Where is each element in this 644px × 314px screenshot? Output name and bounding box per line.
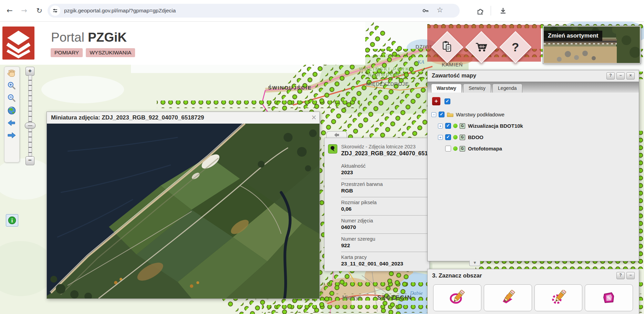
page-title: Portal PZGiK <box>51 30 127 45</box>
attribute-row: Aktualność 2023 <box>341 161 428 179</box>
cart-icon <box>474 40 488 54</box>
help-button[interactable]: ? <box>616 272 625 279</box>
map-contents-tabs: Warstwy Serwisy Legenda <box>428 82 639 93</box>
browser-reload-button[interactable]: ↻ <box>34 6 44 15</box>
zoom-slider-track[interactable] <box>28 75 32 156</box>
layer-row-warstwy-podkladowe[interactable]: − Warstwy podkładowe <box>428 109 639 120</box>
browser-back-button[interactable]: ← <box>5 6 14 15</box>
draw-circle-button[interactable] <box>433 284 481 311</box>
window-controls: ? − <box>616 272 635 279</box>
zoom-in-tool-icon[interactable] <box>7 81 16 90</box>
layer-checkbox[interactable] <box>445 134 451 140</box>
tab-warstwy[interactable]: Warstwy <box>431 84 462 93</box>
layer-checkbox[interactable] <box>445 146 451 151</box>
layer-type-icon: G <box>460 123 465 129</box>
select-area-title: 3. Zaznacz obszar <box>432 272 482 279</box>
popup-close-icon[interactable]: × <box>311 113 317 121</box>
attribute-value: 0,06 <box>341 206 428 212</box>
layer-label[interactable]: Wizualizacja BDOT10k <box>468 123 523 129</box>
layer-type-icon: G <box>460 135 465 140</box>
select-all-checkbox[interactable] <box>444 98 450 104</box>
attribute-label: Numer szeregu <box>341 236 428 242</box>
url-bar[interactable]: pzgik.geoportal.gov.pl/imap/?gpmap=gpZdj… <box>48 4 460 18</box>
identify-info-icon: i <box>8 216 17 225</box>
attribute-row: Numer szeregu 922 <box>341 234 428 252</box>
feature-marker-icon <box>328 144 337 154</box>
attribute-label: Aktualność <box>341 163 428 169</box>
attribute-value: 2023 <box>341 169 428 176</box>
layer-tree: − Warstwy podkładowe + G Wizualizacja BD… <box>428 109 639 154</box>
browser-forward-button[interactable]: → <box>19 6 29 15</box>
layer-label[interactable]: Warstwy podkładowe <box>456 112 504 117</box>
clipboard-icon <box>440 40 454 54</box>
downloads-icon[interactable] <box>499 7 507 16</box>
nav-button-wyszukiwania[interactable]: WYSZUKIWANIA <box>86 48 135 57</box>
url-text[interactable]: pzgik.geoportal.gov.pl/imap/?gpmap=gpZdj… <box>64 4 176 18</box>
attribute-row: Przestrzeń barwna RGB <box>341 179 428 197</box>
minimize-button[interactable]: − <box>616 72 625 80</box>
draw-polygon-button[interactable] <box>484 284 532 311</box>
draw-freehand-button[interactable] <box>534 284 583 311</box>
help-button[interactable]: ? <box>606 72 615 80</box>
layer-row-ortofotomapa[interactable]: G Ortofotomapa <box>428 143 639 154</box>
password-key-icon[interactable] <box>422 7 429 14</box>
previous-view-icon[interactable] <box>7 118 16 127</box>
panel-collapse-handle[interactable]: ▼ <box>469 261 480 266</box>
attribute-row: Karta pracy 23_11_02_001_040_2023 <box>341 252 428 270</box>
layer-checkbox[interactable] <box>445 123 451 129</box>
full-extent-globe-icon[interactable] <box>7 106 16 115</box>
zoom-out-tool-icon[interactable] <box>7 94 16 103</box>
feature-source-label: Skorowidz - Zdjęcia lotnicze 2023 <box>341 144 416 149</box>
layer-row-bdot10k[interactable]: + G Wizualizacja BDOT10k <box>428 120 639 132</box>
edit-pencil-glyph: ✎ <box>607 295 611 301</box>
attribute-label: Przestrzeń barwna <box>341 181 428 187</box>
map-contents-title: Zawartość mapy <box>432 72 476 79</box>
attribute-rows: Aktualność 2023 Przestrzeń barwna RGB Ro… <box>341 161 428 270</box>
attribute-value: 23_11_02_001_040_2023 <box>341 261 428 267</box>
pan-tool-icon[interactable] <box>7 69 16 78</box>
edit-area-icon: ✎ <box>601 290 617 306</box>
site-header: Portal PZGiK POMIARY WYSZUKIWANIA <box>0 21 365 65</box>
nav-button-pomiary[interactable]: POMIARY <box>51 48 83 57</box>
edit-area-button[interactable]: ✎ <box>585 284 633 311</box>
draw-polygon-icon <box>500 290 516 306</box>
next-view-icon[interactable] <box>7 131 16 140</box>
attribute-label: Numer zdjęcia <box>341 218 428 223</box>
map-contents-panel: Zawartość mapy ? − × Warstwy Serwisy Leg… <box>427 70 639 261</box>
zoom-slider-plus-button[interactable]: + <box>25 67 34 76</box>
aerial-photo-thumbnail <box>47 124 319 300</box>
minimize-button[interactable]: − <box>626 272 635 279</box>
folder-icon <box>447 112 453 117</box>
layer-row-bdoo[interactable]: + G BDOO <box>428 132 639 143</box>
expand-node-icon[interactable]: + <box>438 124 443 128</box>
layer-actions-row: + <box>432 97 450 105</box>
site-settings-icon[interactable] <box>50 6 60 16</box>
add-layer-button[interactable]: + <box>432 97 440 105</box>
identify-tool-selected[interactable]: i <box>6 214 18 227</box>
expand-node-icon[interactable]: + <box>438 135 443 140</box>
draw-freehand-icon <box>550 290 566 306</box>
zoom-slider-handle[interactable] <box>25 123 35 129</box>
draw-tools: ✎ <box>433 284 633 311</box>
change-assortment-button[interactable]: Zmień asortyment <box>543 26 641 64</box>
popup-title: Miniatura zdjęcia: ZDJ_2023_RGB_922_0407… <box>47 112 319 124</box>
layer-checkbox[interactable] <box>439 112 444 117</box>
browser-chrome: ← → ↻ pzgik.geoportal.gov.pl/imap/?gpmap… <box>0 0 644 22</box>
layer-type-icon: G <box>460 146 465 151</box>
bookmark-star-icon[interactable]: ☆ <box>437 6 443 14</box>
question-mark-icon: ? <box>512 40 519 54</box>
tab-serwisy[interactable]: Serwisy <box>463 84 491 93</box>
layer-label[interactable]: Ortofotomapa <box>468 146 502 151</box>
draw-circle-icon <box>449 290 465 306</box>
map-toolbar: i <box>4 66 20 163</box>
tab-legenda[interactable]: Legenda <box>492 84 522 93</box>
extensions-icon[interactable] <box>476 7 484 16</box>
collapse-node-icon[interactable]: − <box>431 112 436 117</box>
attributes-back-tab[interactable] <box>326 131 347 138</box>
attribute-value: 04070 <box>341 224 428 230</box>
attribute-label: Rozmiar piksela <box>341 200 428 205</box>
pzgik-logo[interactable] <box>2 27 34 60</box>
zoom-slider-minus-button[interactable]: − <box>25 156 34 165</box>
close-button[interactable]: × <box>626 72 635 80</box>
layer-label[interactable]: BDOO <box>468 134 483 140</box>
